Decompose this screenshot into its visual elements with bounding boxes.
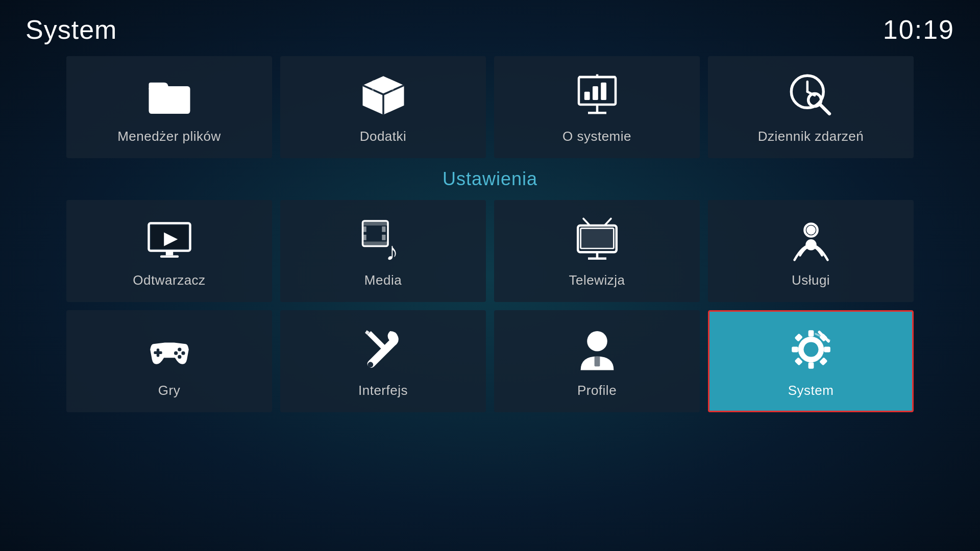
svg-rect-55	[824, 346, 830, 352]
svg-point-39	[806, 226, 816, 235]
tile-player-label: Odtwarzacz	[133, 272, 205, 288]
tile-addons-label: Dodatki	[360, 129, 407, 144]
tile-games-label: Gry	[158, 383, 180, 398]
media-icon: ♪	[360, 216, 406, 262]
svg-rect-8	[601, 82, 606, 99]
tile-interface[interactable]: Interfejs	[280, 310, 486, 412]
profile-icon	[574, 327, 620, 372]
tv-icon	[574, 216, 620, 262]
folder-icon	[146, 72, 192, 118]
svg-point-42	[178, 347, 181, 351]
system-icon	[788, 327, 834, 372]
tile-interface-label: Interfejs	[358, 383, 408, 398]
svg-rect-54	[792, 346, 798, 352]
svg-rect-29	[382, 235, 385, 240]
svg-rect-41	[154, 351, 162, 354]
svg-rect-28	[382, 226, 385, 232]
svg-rect-56	[794, 333, 803, 342]
tile-media-label: Media	[364, 272, 402, 288]
tile-media[interactable]: ♪ Media	[280, 200, 486, 302]
svg-rect-0	[149, 86, 190, 114]
svg-rect-24	[362, 221, 388, 226]
player-icon	[146, 216, 192, 262]
svg-rect-27	[362, 235, 366, 240]
svg-rect-53	[808, 362, 814, 369]
svg-rect-59	[819, 357, 828, 366]
tile-tv-label: Telewizja	[569, 272, 625, 288]
tile-file-manager-label: Menedżer plików	[117, 129, 221, 144]
svg-rect-32	[580, 228, 614, 248]
svg-rect-22	[160, 255, 179, 258]
top-row: Menedżer plików Dodatki	[66, 56, 914, 158]
svg-text:♪: ♪	[385, 237, 398, 262]
tile-system-label: System	[788, 383, 834, 398]
svg-rect-58	[794, 357, 803, 366]
tile-tv[interactable]: Telewizja	[494, 200, 700, 302]
svg-line-16	[819, 104, 829, 114]
tile-profiles[interactable]: Profile	[494, 310, 700, 412]
presentation-icon	[574, 72, 620, 118]
svg-rect-25	[362, 241, 388, 246]
main-content: Menedżer plików Dodatki	[66, 56, 914, 536]
svg-rect-52	[808, 330, 814, 337]
clock-search-icon	[788, 72, 834, 118]
svg-point-44	[178, 355, 181, 358]
svg-rect-21	[165, 251, 173, 255]
services-icon	[788, 216, 834, 262]
svg-point-51	[805, 344, 817, 355]
page-title: System	[26, 14, 117, 45]
tile-about[interactable]: O systemie	[494, 56, 700, 158]
tile-services[interactable]: Usługi	[708, 200, 914, 302]
tile-event-log-label: Dziennik zdarzeń	[758, 129, 864, 144]
tile-about-label: O systemie	[562, 129, 631, 144]
svg-rect-26	[362, 226, 366, 232]
svg-point-49	[587, 331, 607, 352]
svg-rect-7	[593, 86, 598, 100]
tile-event-log[interactable]: Dziennik zdarzeń	[708, 56, 914, 158]
svg-point-43	[181, 351, 185, 355]
interface-icon	[360, 327, 406, 372]
svg-point-46	[368, 362, 373, 367]
tile-services-label: Usługi	[792, 272, 830, 288]
clock: 10:19	[883, 14, 954, 45]
svg-point-45	[174, 351, 178, 355]
tile-addons[interactable]: Dodatki	[280, 56, 486, 158]
box-icon	[360, 72, 406, 118]
settings-row-1: Odtwarzacz ♪ Media	[66, 200, 914, 302]
settings-row-2: Gry Interfejs	[66, 310, 914, 412]
section-header: Ustawienia	[66, 168, 914, 190]
tile-games[interactable]: Gry	[66, 310, 272, 412]
tile-profiles-label: Profile	[577, 383, 617, 398]
tile-system[interactable]: System	[708, 310, 914, 412]
tile-file-manager[interactable]: Menedżer plików	[66, 56, 272, 158]
svg-rect-50	[594, 356, 600, 366]
tile-player[interactable]: Odtwarzacz	[66, 200, 272, 302]
svg-rect-6	[584, 91, 590, 99]
games-icon	[146, 327, 192, 372]
